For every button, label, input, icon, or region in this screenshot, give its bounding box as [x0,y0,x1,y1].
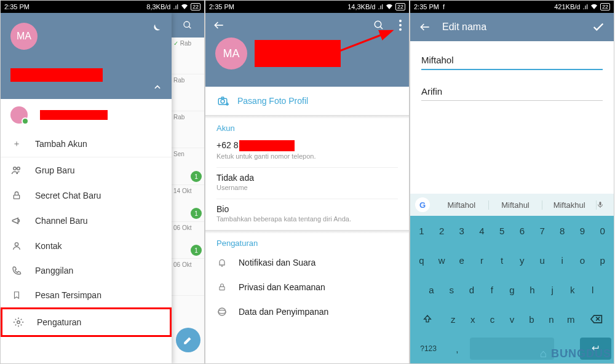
key-y[interactable]: y [514,249,531,271]
section-label: Akun [205,119,409,135]
gear-icon [12,317,25,328]
key-i[interactable]: i [554,249,571,271]
set-photo-button[interactable]: + Pasang Foto Profil [205,87,409,115]
key-2[interactable]: 2 [433,220,451,242]
suggestion[interactable]: Miftahul [489,200,543,210]
key-w[interactable]: w [433,249,451,271]
key-3[interactable]: 3 [453,220,470,242]
facebook-icon: f [443,3,445,10]
key-8[interactable]: 8 [554,220,571,242]
key-z[interactable]: z [445,308,462,330]
menu-secret-chat[interactable]: Secret Chat Baru [1,183,172,208]
key-x[interactable]: x [464,308,482,330]
key-q[interactable]: q [413,249,430,271]
key-r[interactable]: r [473,249,491,271]
key-p[interactable]: p [593,249,611,271]
settings-privacy[interactable]: Privasi dan Keamanan [205,275,409,299]
back-icon[interactable] [419,21,431,33]
key-6[interactable]: 6 [514,220,531,242]
person-icon [10,241,23,251]
chat-row[interactable]: 06 Okt1 [171,222,204,259]
account-current[interactable] [1,99,172,131]
watermark: ⌂ BUNGDUS [540,347,611,360]
key-f[interactable]: f [483,279,501,301]
confirm-icon[interactable] [592,20,605,34]
night-mode-icon[interactable] [149,23,162,35]
chat-row[interactable]: 06 Okt [171,259,204,296]
avatar[interactable]: MA [10,23,38,50]
google-icon[interactable]: G [415,197,430,212]
svg-point-20 [218,311,226,314]
keyboard: G Miftahol Miftahul Miftakhul 1234567890… [410,194,614,363]
key-v[interactable]: v [504,308,521,330]
username-row[interactable]: Tidak ada Username [205,168,409,199]
key-9[interactable]: 9 [574,220,592,242]
avatar[interactable]: MA [215,38,247,69]
symbols-key[interactable]: ?123 [413,338,444,360]
mic-icon[interactable] [597,200,614,210]
menu-saved[interactable]: Pesan Tersimpan [1,283,172,307]
menu-contacts[interactable]: Kontak [1,234,172,258]
svg-point-6 [17,321,20,324]
group-icon [10,165,23,176]
menu-calls[interactable]: Panggilan [1,258,172,283]
status-time: 2:35 PM [414,3,439,10]
key-e[interactable]: e [453,249,470,271]
bio-row[interactable]: Bio Tambahkan beberapa kata tentang diri… [205,199,409,230]
chat-row[interactable]: Sen1 [171,148,204,185]
shift-key[interactable] [413,308,442,330]
menu-settings[interactable]: Pengaturan [1,307,172,337]
chat-row[interactable]: 14 Okt1 [171,185,204,222]
key-1[interactable]: 1 [413,220,430,242]
back-icon[interactable] [213,19,225,31]
key-s[interactable]: s [443,279,461,301]
first-name-input[interactable] [421,51,603,70]
chat-row[interactable]: ✓ Rab [171,38,204,74]
menu-new-channel[interactable]: Channel Baru [1,208,172,234]
key-4[interactable]: 4 [473,220,491,242]
key-a[interactable]: a [423,279,440,301]
comma-key[interactable]: , [446,338,467,360]
key-h[interactable]: h [523,279,541,301]
more-icon[interactable] [399,20,402,31]
key-g[interactable]: g [503,279,521,301]
key-u[interactable]: u [533,249,551,271]
phone-row[interactable]: +62 8 Ketuk untuk ganti nomor telepon. [205,135,409,167]
chat-row[interactable]: Rab [171,111,204,148]
svg-point-12 [399,28,402,31]
key-j[interactable]: j [544,279,561,301]
key-7[interactable]: 7 [533,220,551,242]
add-account-button[interactable]: ＋ Tambah Akun [1,131,172,157]
key-k[interactable]: k [563,279,581,301]
key-t[interactable]: t [493,249,511,271]
svg-line-9 [380,26,383,29]
search-icon[interactable] [373,20,384,31]
settings-notifications[interactable]: Notifikasi dan Suara [205,250,409,275]
redacted-name [40,110,108,120]
key-c[interactable]: c [484,308,501,330]
suggestion[interactable]: Miftahol [435,200,489,210]
wifi-icon [181,4,188,10]
key-n[interactable]: n [542,308,560,330]
chevron-up-icon[interactable] [153,83,162,92]
key-b[interactable]: b [523,308,540,330]
battery-icon: 22 [395,3,405,10]
backspace-key[interactable] [582,308,611,330]
chat-row[interactable]: Rab [171,74,204,111]
compose-fab[interactable] [176,328,200,352]
key-5[interactable]: 5 [493,220,511,242]
camera-icon: + [216,95,229,106]
last-name-input[interactable] [421,82,603,101]
key-0[interactable]: 0 [593,220,611,242]
key-m[interactable]: m [562,308,579,330]
svg-point-16 [221,100,224,103]
key-o[interactable]: o [574,249,592,271]
menu-new-group[interactable]: Grup Baru [1,157,172,183]
svg-text:+: + [226,101,229,107]
key-d[interactable]: d [463,279,481,301]
search-icon[interactable] [171,13,204,38]
key-l[interactable]: l [584,279,601,301]
settings-data[interactable]: Data dan Penyimpanan [205,299,409,324]
status-net: 421KB/d [554,3,580,10]
suggestion[interactable]: Miftakhul [542,200,597,210]
